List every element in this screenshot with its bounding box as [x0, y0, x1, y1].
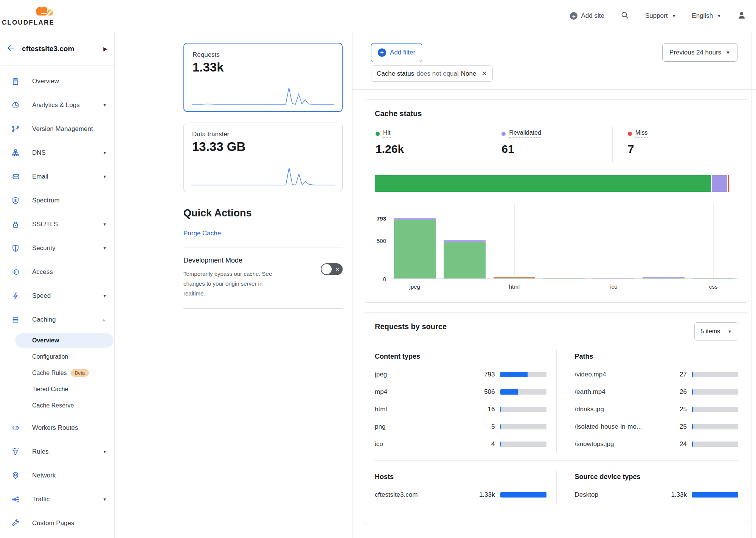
sidebar-item-analytics-logs[interactable]: Analytics & Logs ▾ [0, 93, 114, 117]
chevron-right-icon[interactable]: ▶ [103, 46, 107, 52]
data-transfer-sparkline [191, 165, 335, 187]
row-label: ico [375, 440, 474, 448]
x-tick-label: jpeg [410, 283, 420, 290]
content-types-section: Content typesjpeg793mp4506html16png5ico4 [375, 350, 557, 453]
close-icon[interactable]: ✕ [481, 70, 487, 78]
sidebar-item-access[interactable]: Access [0, 260, 114, 284]
progress-bar [500, 492, 546, 498]
search-button[interactable] [620, 11, 629, 22]
development-mode-toggle[interactable]: ✕ [321, 263, 343, 275]
data-transfer-card[interactable]: Data transfer 13.33 GB [183, 123, 343, 192]
source-section-title: Source device types [575, 473, 739, 481]
submenu-item-tiered-cache[interactable]: Tiered Cache [0, 381, 114, 397]
sidebar-item-workers-routes[interactable]: Workers Routes [0, 416, 114, 440]
sidebar-item-network[interactable]: Network [0, 463, 114, 487]
sidebar-item-speed[interactable]: Speed ▾ [0, 284, 114, 308]
sidebar-item-spectrum[interactable]: Spectrum [0, 188, 114, 212]
row-value: 26 [666, 388, 687, 396]
legend-label[interactable]: Miss [635, 129, 648, 138]
language-menu[interactable]: English ▼ [692, 12, 721, 20]
padlock-icon [11, 220, 20, 229]
submenu-item-overview-active[interactable]: Overview [0, 332, 114, 348]
requests-card-value: 1.33k [192, 60, 334, 75]
development-mode-row: Development Mode Temporarily bypass our … [183, 257, 343, 299]
submenu-item-cache-reserve[interactable]: Cache Reserve [0, 397, 114, 414]
chevron-down-icon: ▾ [103, 150, 106, 155]
sidebar-item-ssl-tls[interactable]: SSL/TLS ▾ [0, 212, 114, 236]
row-label: /isolated-house-in-mo... [575, 423, 666, 431]
sidebar-item-version-management[interactable]: Version Management [0, 117, 114, 141]
divider [352, 89, 756, 90]
x-tick-label: html [509, 283, 520, 290]
chevron-down-icon: ▾ [103, 102, 106, 108]
bar-segment-hit [543, 278, 585, 278]
scrollbar-track[interactable] [751, 32, 751, 538]
sidebar-item-rules[interactable]: Rules ▾ [0, 440, 114, 463]
legend-dot [376, 132, 380, 136]
time-range-selector[interactable]: Previous 24 hours ▼ [662, 43, 737, 62]
source-section-title: Paths [575, 353, 739, 361]
list-row: png5 [375, 418, 546, 435]
chevron-down-icon: ▾ [103, 174, 106, 179]
row-label: mp4 [375, 388, 474, 396]
list-row: Desktop1.33k [575, 486, 739, 504]
git-branch-icon [11, 125, 20, 133]
pie-chart-icon [11, 101, 20, 109]
support-menu[interactable]: Support ▼ [645, 12, 676, 20]
legend-dot [628, 132, 632, 136]
sidebar-item-dns[interactable]: DNS ▾ [0, 141, 114, 165]
plus-circle-icon: + [570, 12, 577, 20]
cloudflare-logo[interactable]: CLOUDFLARE [8, 6, 54, 26]
sidebar-item-custom-pages[interactable]: Custom Pages [0, 511, 114, 535]
row-label: cftestsite3.com [375, 491, 474, 499]
bar-group-jpeg [390, 218, 440, 278]
server-stack-icon [11, 316, 20, 324]
sidebar-item-traffic[interactable]: Traffic ▾ [0, 487, 114, 511]
top-header: CLOUDFLARE + Add site Support ▼ English … [0, 0, 756, 32]
back-arrow-icon[interactable] [6, 44, 16, 54]
sidebar-item-email[interactable]: Email ▾ [0, 165, 114, 188]
requests-by-source-title: Requests by source [375, 322, 447, 331]
requests-card[interactable]: Requests 1.33k [183, 43, 343, 112]
progress-bar [500, 424, 546, 429]
progress-bar [692, 389, 738, 395]
cloudflare-dashboard: CLOUDFLARE + Add site Support ▼ English … [0, 0, 756, 538]
submenu-item-cache-rules[interactable]: Cache Rules Beta [0, 365, 114, 381]
legend-label[interactable]: Hit [383, 129, 391, 138]
legend-label[interactable]: Revalidated [509, 129, 541, 138]
requests-by-source-panel: Requests by source 5 items ▼ Content typ… [364, 312, 749, 524]
progress-bar [500, 372, 546, 377]
bar-segment-hit [444, 242, 486, 278]
cache-status-stat-revalidated: Revalidated61 [486, 127, 612, 162]
sidebar-item-security[interactable]: Security ▾ [0, 236, 114, 260]
add-site-button[interactable]: + Add site [570, 12, 604, 20]
brand-wordmark: CLOUDFLARE [2, 19, 54, 26]
cache-status-panel: Cache status Hit1.26kRevalidated61Miss7 … [364, 99, 749, 303]
add-filter-button[interactable]: + Add filter [371, 43, 422, 62]
row-value: 27 [666, 371, 687, 378]
user-menu[interactable] [737, 11, 746, 22]
requests-card-label: Requests [192, 51, 334, 59]
cache-status-bar-chart: 7935000 [375, 218, 738, 279]
row-label: png [375, 423, 474, 431]
chevron-down-icon: ▾ [103, 245, 106, 251]
chevron-down-icon: ▼ [717, 14, 721, 18]
submenu-item-configuration[interactable]: Configuration [0, 348, 114, 365]
cloudflare-cloud-icon [33, 6, 54, 19]
divider [183, 247, 343, 247]
items-count-selector[interactable]: 5 items ▼ [694, 322, 738, 341]
sidebar-item-overview[interactable]: Overview [0, 69, 114, 93]
progress-bar [692, 492, 738, 498]
stat-value: 7 [628, 143, 738, 155]
analytics-content: + Add filter Previous 24 hours ▼ Cache s… [352, 32, 756, 538]
row-label: html [375, 406, 474, 413]
filter-chip[interactable]: Cache status does not equal None ✕ [371, 65, 493, 82]
progress-bar [500, 389, 546, 395]
x-tick-label: css [709, 283, 718, 290]
bar-segment-hit [394, 220, 436, 278]
sidebar-item-caching[interactable]: Caching ▲ [0, 308, 114, 331]
purge-cache-link[interactable]: Purge Cache [183, 230, 221, 237]
row-value: 506 [474, 388, 495, 396]
bar-segment-hit [494, 278, 536, 278]
data-transfer-card-value: 13.33 GB [192, 140, 334, 154]
